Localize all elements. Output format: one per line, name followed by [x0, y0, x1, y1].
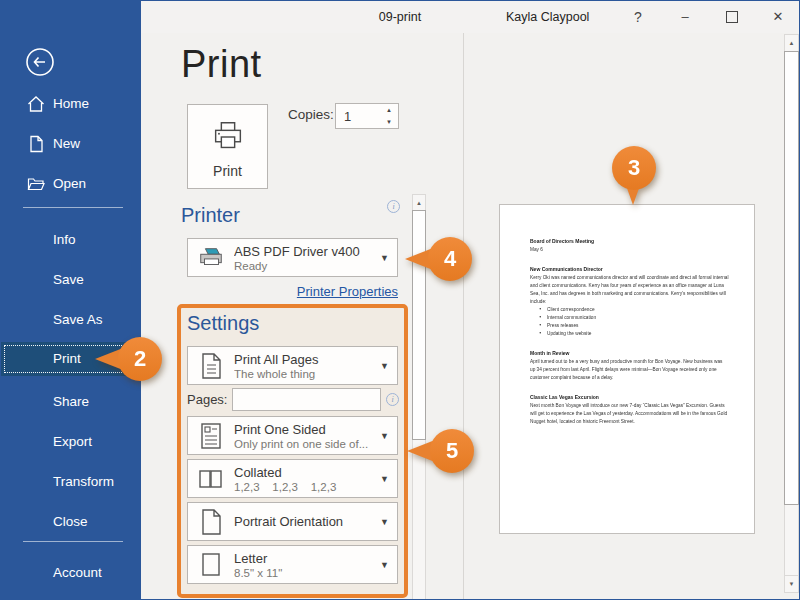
- sidebar-item-info[interactable]: Info: [1, 229, 141, 251]
- doc-heading: New Communications Director: [530, 265, 729, 273]
- printer-icon: [209, 119, 247, 155]
- new-document-icon: [27, 135, 45, 153]
- printer-selector-dropdown[interactable]: ABS PDF Driver v400 Ready ▼: [187, 238, 398, 277]
- scrollbar-thumb[interactable]: [412, 210, 426, 440]
- minimize-button[interactable]: –: [670, 1, 700, 33]
- scroll-up-icon[interactable]: ▲: [785, 35, 798, 51]
- scroll-up-icon[interactable]: ▲: [413, 195, 425, 211]
- scrollbar-thumb[interactable]: [784, 51, 799, 505]
- copies-stepper: ▲ ▼: [335, 103, 399, 129]
- back-button[interactable]: [25, 47, 55, 77]
- print-one-sided-icon: [197, 422, 225, 450]
- doc-heading: Board of Directors Meeting: [530, 237, 729, 245]
- sidebar-divider: [23, 541, 123, 542]
- dropdown-arrow-icon: ▼: [380, 546, 389, 583]
- close-button[interactable]: ✕: [763, 1, 793, 33]
- callout-number: 3: [612, 146, 656, 190]
- printer-properties-link[interactable]: Printer Properties: [187, 284, 398, 299]
- letter-size-icon: [197, 551, 225, 579]
- doc-paragraph: April turned out to be a very busy and p…: [530, 357, 729, 381]
- copies-label: Copies:: [288, 107, 334, 122]
- sidebar-item-save[interactable]: Save: [1, 269, 141, 291]
- doc-bullet: Internal communication: [546, 313, 729, 321]
- account-user-name[interactable]: Kayla Claypool: [506, 1, 589, 33]
- print-range-dropdown[interactable]: Print All Pages The whole thing ▼: [187, 346, 398, 385]
- sidebar-item-export[interactable]: Export: [1, 431, 141, 453]
- printer-name: ABS PDF Driver v400: [234, 244, 374, 259]
- sidebar-item-home[interactable]: Home: [1, 93, 141, 115]
- portrait-orientation-icon: [197, 508, 225, 536]
- sidebar-item-new[interactable]: New: [1, 133, 141, 155]
- maximize-button[interactable]: [717, 1, 747, 33]
- sidebar-item-save-as[interactable]: Save As: [1, 309, 141, 331]
- page-title: Print: [181, 43, 262, 86]
- open-folder-icon: [27, 175, 45, 193]
- duplex-dropdown[interactable]: Print One Sided Only print on one side o…: [187, 416, 398, 455]
- collated-icon: [197, 465, 225, 493]
- collation-dropdown[interactable]: Collated 1,2,3 1,2,3 1,2,3 ▼: [187, 459, 398, 498]
- print-button-label: Print: [188, 163, 267, 179]
- scroll-down-icon[interactable]: ▼: [785, 575, 798, 592]
- pages-field: [232, 388, 381, 411]
- preview-scrollbar[interactable]: ▲ ▼: [784, 34, 799, 593]
- dropdown-arrow-icon: ▼: [380, 460, 389, 497]
- paper-size-dropdown[interactable]: Letter 8.5" x 11" ▼: [187, 545, 398, 584]
- printer-status: Ready: [234, 260, 374, 272]
- home-icon: [27, 95, 45, 113]
- copies-input[interactable]: [337, 105, 386, 127]
- pages-label: Pages:: [187, 392, 227, 407]
- dropdown-arrow-icon: ▼: [380, 417, 389, 454]
- doc-paragraph: Kerry Oki was named communications direc…: [530, 273, 729, 305]
- copies-decrement-icon[interactable]: ▼: [382, 116, 396, 128]
- print-button[interactable]: Print: [187, 104, 268, 189]
- word-backstage-window: 09-print Kayla Claypool ? – ✕ Home New: [0, 0, 800, 600]
- copies-increment-icon[interactable]: ▲: [382, 104, 396, 116]
- dropdown-arrow-icon: ▼: [380, 239, 389, 276]
- sidebar-item-account[interactable]: Account: [1, 562, 141, 584]
- settings-section-heading: Settings: [187, 312, 259, 335]
- maximize-icon: [726, 11, 738, 23]
- doc-paragraph: Next month Bon Voyage will introduce our…: [530, 401, 729, 425]
- backstage-sidebar: Home New Open Info Save Save As Print: [1, 1, 141, 600]
- sidebar-item-close[interactable]: Close: [1, 511, 141, 533]
- printer-info-icon[interactable]: i: [387, 200, 400, 213]
- dropdown-arrow-icon: ▼: [380, 503, 389, 540]
- pages-info-icon[interactable]: i: [386, 393, 399, 406]
- sidebar-divider: [23, 207, 123, 208]
- sidebar-item-transform[interactable]: Transform: [1, 471, 141, 493]
- panel-divider: [463, 33, 464, 599]
- printer-device-icon: [197, 244, 225, 272]
- print-preview-page: Board of Directors Meeting May 6 New Com…: [499, 204, 755, 534]
- orientation-dropdown[interactable]: Portrait Orientation ▼: [187, 502, 398, 541]
- callout-number: 5: [430, 429, 474, 473]
- callout-number: 2: [118, 337, 162, 381]
- dropdown-arrow-icon: ▼: [380, 347, 389, 384]
- doc-heading: Month in Review: [530, 349, 729, 357]
- doc-bullet: Client correspondence: [546, 305, 729, 313]
- printer-section-heading: Printer: [181, 204, 240, 227]
- doc-heading: Classic Las Vegas Excursion: [530, 393, 729, 401]
- doc-bullet: Press releases: [546, 321, 729, 329]
- doc-bullet: Updating the website: [546, 329, 729, 337]
- pages-input[interactable]: [233, 389, 380, 410]
- doc-paragraph: May 6: [530, 245, 729, 253]
- doc-bullet-list: Client correspondence Internal communica…: [530, 305, 729, 337]
- sidebar-item-open[interactable]: Open: [1, 173, 141, 195]
- callout-number: 4: [428, 237, 472, 281]
- document-content: Board of Directors Meeting May 6 New Com…: [500, 205, 755, 534]
- help-button[interactable]: ?: [623, 1, 653, 33]
- print-all-pages-icon: [197, 352, 225, 380]
- sidebar-item-share[interactable]: Share: [1, 391, 141, 413]
- back-arrow-icon: [25, 47, 55, 77]
